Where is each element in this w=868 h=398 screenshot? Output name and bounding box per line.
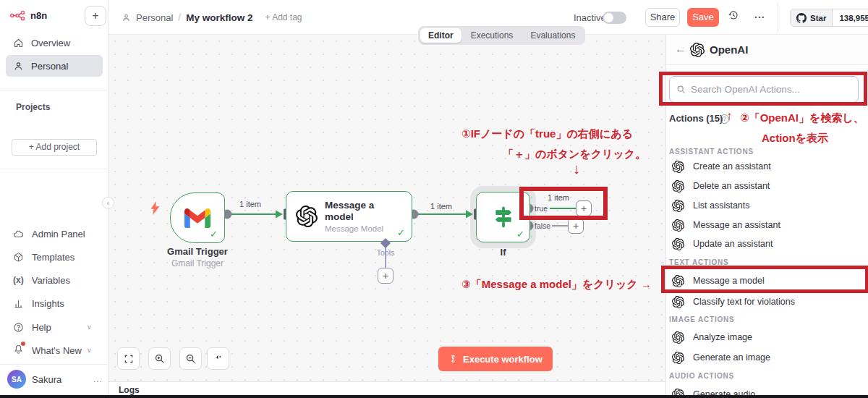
cloud-icon: [13, 229, 24, 240]
zoom-out-button[interactable]: [179, 347, 202, 370]
action-label: Delete an assistant: [693, 181, 770, 191]
action-delete-assistant[interactable]: Delete an assistant: [666, 177, 868, 195]
annotation-arrow-down: ↓: [573, 161, 580, 177]
n8n-logo[interactable]: n8n: [10, 10, 47, 21]
if-signpost-icon: [491, 205, 516, 229]
workflow-more-icon[interactable]: ...: [754, 9, 765, 20]
annotation-arrow-up: ↑: [726, 109, 733, 124]
user-menu[interactable]: SA Sakura ...: [7, 370, 103, 389]
node-label-if: If: [476, 247, 530, 258]
action-label: Create an assistant: [693, 161, 771, 172]
sidebar-item-personal[interactable]: Personal: [6, 55, 103, 77]
action-create-assistant[interactable]: Create an assistant: [666, 158, 868, 175]
star-count: 138,955: [833, 9, 868, 26]
arrowhead: [466, 211, 473, 219]
add-node-false-button[interactable]: +: [568, 218, 584, 234]
action-label: List assistants: [693, 200, 750, 211]
add-project-button[interactable]: + Add project: [12, 139, 97, 156]
openai-icon: [672, 200, 684, 212]
new-workflow-button[interactable]: +: [85, 6, 106, 26]
sidebar-item-insights[interactable]: Insights: [13, 296, 64, 310]
workflow-name[interactable]: My workflow 2: [186, 12, 252, 23]
openai-icon: [672, 296, 684, 308]
action-analyze-image[interactable]: Analyze image: [666, 329, 868, 346]
openai-actions-panel: ← OpenAI Actions (15) ? ↑ ②「OpenAI」を検索し、…: [665, 35, 868, 398]
openai-icon: [296, 206, 318, 227]
action-generate-image[interactable]: Generate an image: [666, 349, 868, 366]
node-gmail-trigger[interactable]: ✓: [170, 192, 225, 243]
sidebar-item-admin-panel[interactable]: Admin Panel: [13, 226, 85, 241]
openai-icon: [672, 331, 684, 344]
back-arrow-icon[interactable]: ←: [675, 43, 686, 56]
active-toggle[interactable]: [603, 12, 626, 24]
share-button[interactable]: Share: [645, 8, 680, 27]
bottom-strip: [0, 395, 868, 398]
section-header-image: IMAGE ACTIONS: [669, 316, 735, 323]
divider: [778, 3, 778, 32]
logs-label: Logs: [119, 385, 140, 395]
divider: [0, 90, 109, 90]
add-tag-button[interactable]: + Add tag: [265, 12, 302, 22]
sidebar-collapse-button[interactable]: ‹: [102, 197, 114, 209]
sidebar-item-whats-new[interactable]: What's New ∨: [13, 343, 82, 357]
tab-executions[interactable]: Executions: [463, 28, 522, 43]
breadcrumb-project[interactable]: Personal: [136, 12, 173, 23]
node-title: If: [476, 247, 530, 258]
tidy-up-button[interactable]: [207, 347, 229, 370]
success-check-icon: ✓: [210, 229, 218, 240]
annotation-step3: ③「Message a model」をクリック →: [461, 278, 652, 292]
sidebar-item-overview[interactable]: Overview: [6, 32, 103, 54]
divider: [0, 364, 109, 365]
help-icon: [13, 322, 24, 333]
notification-dot: [21, 342, 25, 346]
zoom-out-icon: [185, 353, 196, 364]
panel-title: OpenAI: [710, 43, 748, 56]
star-label: Star: [810, 14, 826, 22]
chevron-down-icon: ∨: [87, 347, 92, 354]
history-icon[interactable]: [728, 9, 739, 24]
execute-workflow-button[interactable]: Execute workflow: [438, 347, 553, 371]
avatar: SA: [7, 370, 26, 389]
sidebar-item-label: Variables: [32, 275, 70, 286]
sidebar-item-variables[interactable]: (x) Variables: [13, 273, 70, 287]
save-button[interactable]: Save: [687, 8, 719, 27]
divider: [0, 169, 109, 169]
zoom-in-icon: [154, 353, 165, 364]
execute-workflow-label: Execute workflow: [463, 354, 542, 365]
action-label: Message an assistant: [693, 220, 780, 230]
breadcrumb: Personal / My workflow 2 + Add tag: [122, 0, 302, 35]
tab-evaluations[interactable]: Evaluations: [522, 28, 583, 43]
n8n-logo-icon: [10, 10, 26, 21]
node-label-gmail: Gmail Trigger Gmail Trigger: [140, 246, 255, 268]
tools-label: Tools: [364, 248, 407, 257]
action-update-assistant[interactable]: Update an assistant: [666, 235, 868, 253]
add-tool-button[interactable]: +: [378, 268, 393, 284]
action-list-assistants[interactable]: List assistants: [666, 197, 868, 214]
action-label: Classify text for violations: [693, 297, 795, 307]
workflow-canvas[interactable]: ✓ Gmail Trigger Gmail Trigger 1 item Mes…: [109, 35, 665, 381]
view-tabs: Editor Executions Evaluations: [418, 26, 585, 45]
magic-wand-icon: [213, 354, 224, 364]
user-more-icon[interactable]: ...: [93, 374, 103, 384]
gmail-icon: [184, 208, 210, 228]
sidebar-item-help[interactable]: Help ∨: [13, 320, 51, 334]
openai-icon: [672, 161, 684, 173]
fit-view-icon: [124, 354, 134, 364]
node-message-a-model[interactable]: Message a model Message Model ✓: [286, 191, 412, 242]
action-message-assistant[interactable]: Message an assistant: [666, 216, 868, 234]
bar-chart-icon: [13, 298, 24, 309]
fit-view-button[interactable]: [117, 347, 140, 370]
sidebar-item-templates[interactable]: Templates: [13, 250, 75, 264]
annotation-step2-line2: Actionを表示: [762, 132, 828, 145]
tab-editor[interactable]: Editor: [420, 28, 461, 43]
action-label: Update an assistant: [693, 239, 773, 249]
flask-icon: [448, 354, 458, 365]
sidebar-item-label: Help: [32, 322, 51, 333]
action-classify-text[interactable]: Classify text for violations: [666, 293, 868, 310]
github-star-widget[interactable]: Star 138,955: [790, 9, 868, 27]
actions-count: Actions (15): [669, 113, 723, 124]
success-check-icon: ✓: [397, 227, 405, 238]
action-label: Generate an image: [693, 352, 770, 363]
zoom-in-button[interactable]: [148, 347, 171, 370]
section-header-audio: AUDIO ACTIONS: [669, 372, 734, 380]
